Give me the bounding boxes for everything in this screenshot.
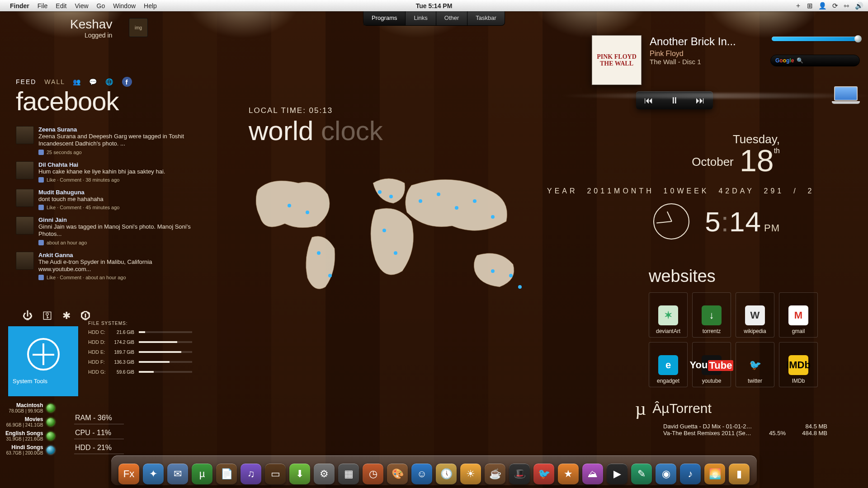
dock: Fx✦✉µ📄♫▭⬇⚙▦◷🎨☺🕔☀☕🎩🐦★⛰▶✎◉♪🌅▮ [111, 455, 757, 485]
tab-other[interactable]: Other [436, 11, 468, 25]
tab-taskbar[interactable]: Taskbar [467, 11, 505, 25]
website-tile-eng[interactable]: e engadget [649, 342, 688, 387]
torrent-row[interactable]: Va-The Best Remixes 2011 (Septe... 45.5%… [663, 430, 827, 436]
torrent-row[interactable]: David Guetta - DJ Mix - 01-01-2011.... 8… [663, 423, 827, 430]
dock-clock2-icon[interactable]: 🕔 [436, 464, 457, 484]
dock-music-icon[interactable]: ♪ [680, 464, 701, 484]
like-icon[interactable] [38, 177, 44, 183]
dock-tophat-icon[interactable]: 🎩 [509, 464, 530, 484]
dock-downloads-icon[interactable]: ⬇ [289, 464, 310, 484]
website-tile-yt[interactable]: YouTube youtube [692, 342, 731, 387]
like-icon[interactable] [38, 150, 44, 155]
dock-notes-icon[interactable]: 📄 [216, 464, 237, 484]
dock-clock-icon[interactable]: ◷ [363, 464, 383, 484]
messages-icon[interactable]: 💬 [90, 78, 98, 86]
menubar-app[interactable]: Finder [10, 2, 29, 9]
track-artist: Pink Floyd [650, 50, 736, 58]
website-tile-tw[interactable]: 🐦 twitter [736, 342, 774, 387]
menu-edit[interactable]: Edit [56, 2, 66, 9]
dock-tea-icon[interactable]: ☕ [485, 464, 505, 484]
menu-go[interactable]: Go [97, 2, 105, 9]
drive-item[interactable]: English Songs 31.9GB | 221.6GB [5, 430, 55, 441]
dock-angrybirds-icon[interactable]: 🐦 [533, 464, 554, 484]
fb-post[interactable]: Dil Chahta Hai Hum cake khane ke liye ka… [16, 161, 201, 183]
drive-item[interactable]: Macintosh 78.0GB | 99.9GB [5, 402, 55, 413]
user-icon[interactable]: 👤 [818, 2, 827, 10]
fb-tab-wall[interactable]: WALL [44, 78, 65, 85]
websites-title: websites [649, 267, 821, 286]
dock-grid-icon[interactable]: ▦ [338, 464, 359, 484]
globe-icon[interactable]: 🌐 [106, 78, 114, 86]
grid-icon[interactable]: ⊞ [807, 2, 813, 10]
dock-firefox-icon[interactable]: Fx [118, 464, 139, 484]
shutdown-icon[interactable]: ⏼ [80, 310, 90, 322]
like-icon[interactable] [38, 240, 44, 245]
fb-post[interactable]: Ankit Ganna The Audi e-tron Spyder in Ma… [16, 252, 201, 281]
plus-icon[interactable]: ＋ [795, 1, 802, 10]
dock-itunes-icon[interactable]: ♫ [241, 464, 261, 484]
facebook-badge-icon[interactable]: f [122, 77, 132, 87]
dock-mail-icon[interactable]: ✉ [167, 464, 188, 484]
fb-avatar [16, 161, 34, 179]
website-tile-deviant[interactable]: ✶ deviantArt [649, 292, 688, 338]
tab-links[interactable]: Links [406, 11, 436, 25]
menu-view[interactable]: View [75, 2, 88, 9]
fb-post[interactable]: Zeena Surana Zeena Surana and Deepesh Ga… [16, 126, 201, 155]
dock-box-icon[interactable]: ▭ [265, 464, 286, 484]
menu-help[interactable]: Help [144, 2, 157, 9]
dock-utorrent-icon[interactable]: µ [192, 464, 212, 484]
volume-icon[interactable]: 🔊 [855, 2, 863, 10]
google-search-box[interactable]: Google 🔍 [770, 55, 860, 66]
menu-window[interactable]: Window [113, 2, 136, 9]
filesystems-widget: FILE SYSTEMS: HDD C: 21.6 GiB HDD D: 174… [88, 321, 192, 379]
like-icon[interactable] [38, 275, 44, 280]
website-tile-gmail[interactable]: M gmail [779, 292, 818, 338]
website-label: twitter [748, 378, 762, 384]
website-tile-imdb[interactable]: IMDb IMDb [779, 342, 818, 387]
drive-item[interactable]: Movies 66.9GB | 241.1GB [5, 416, 55, 427]
fs-bar [139, 331, 192, 333]
website-label: youtube [702, 378, 722, 384]
tab-programs[interactable]: Programs [363, 11, 406, 25]
power-icon[interactable]: ⏻ [23, 310, 33, 322]
fb-tab-feed[interactable]: FEED [16, 78, 36, 85]
dock-ipod-icon[interactable]: ▮ [729, 464, 750, 484]
sync-icon[interactable]: ⟳ [832, 2, 838, 10]
volume-slider[interactable] [772, 37, 860, 41]
eng-icon: e [658, 355, 678, 375]
friends-icon[interactable]: 👥 [73, 78, 81, 86]
dock-disc-icon[interactable]: ◉ [656, 464, 676, 484]
dock-game-icon[interactable]: ★ [558, 464, 579, 484]
volume-knob[interactable] [854, 35, 862, 42]
website-tile-torrentz[interactable]: ↓ torrentz [692, 292, 731, 338]
website-tile-wiki[interactable]: W wikipedia [736, 292, 774, 338]
album-art[interactable]: PINK FLOYD THE WALL [592, 35, 642, 85]
drive-item[interactable]: Hindi Songs 63.7GB | 200.0GB [5, 444, 55, 455]
loading-icon[interactable]: ✱ [62, 310, 71, 322]
google-search-input[interactable] [806, 57, 868, 64]
dock-finder-icon[interactable]: ☺ [411, 464, 432, 484]
system-tools-tile[interactable]: System Tools [8, 326, 78, 396]
dock-palette-icon[interactable]: 🎨 [387, 464, 408, 484]
fs-row: HDD C: 21.6 GiB [88, 329, 192, 335]
like-icon[interactable] [38, 205, 44, 210]
dock-editor-icon[interactable]: ✎ [631, 464, 652, 484]
fs-row: HDD F: 136.3 GiB [88, 359, 192, 365]
laptop-icon[interactable] [832, 86, 860, 105]
date-widget: Tuesday, October 18th [692, 133, 780, 176]
link-icon[interactable]: ⇿ [844, 2, 849, 10]
dock-sunset-icon[interactable]: 🌅 [704, 464, 725, 484]
fb-post[interactable]: Ginni Jain Ginni Jain was tagged in Mano… [16, 216, 201, 245]
key-icon[interactable]: ⚿ [42, 310, 52, 322]
dock-photos-icon[interactable]: ⛰ [582, 464, 603, 484]
dock-settings-icon[interactable]: ⚙ [314, 464, 335, 484]
dock-weather-icon[interactable]: ☀ [460, 464, 481, 484]
svg-point-9 [437, 192, 440, 196]
fb-avatar [16, 189, 34, 207]
user-avatar[interactable]: img [129, 18, 148, 37]
menu-file[interactable]: File [38, 2, 48, 9]
fb-post[interactable]: Mudit Bahuguna dont touch me hahahaha Li… [16, 189, 201, 210]
fb-post-name: Dil Chahta Hai [38, 161, 165, 168]
dock-safari-icon[interactable]: ✦ [143, 464, 164, 484]
dock-player-icon[interactable]: ▶ [607, 464, 627, 484]
